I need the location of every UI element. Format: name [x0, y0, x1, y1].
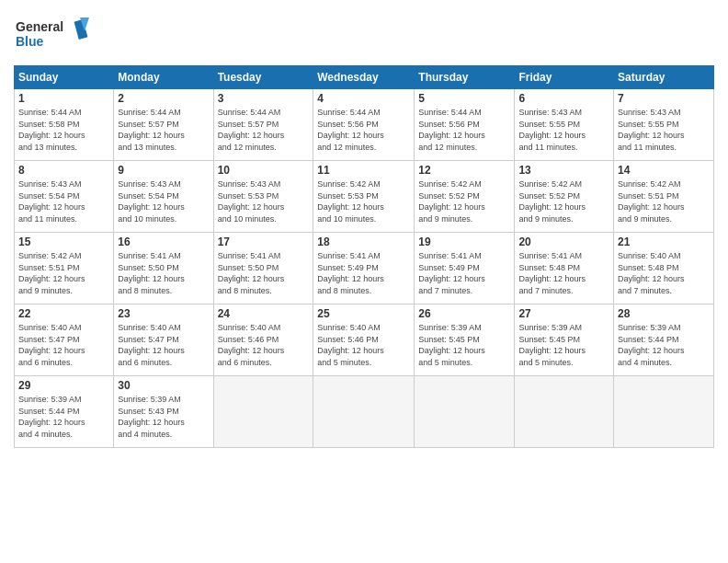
day-number: 21: [618, 236, 710, 248]
col-header-monday: Monday: [114, 66, 213, 89]
day-number: 6: [518, 92, 609, 105]
day-number: 2: [118, 92, 209, 105]
calendar-cell: 28Sunrise: 5:39 AM Sunset: 5:44 PM Dayli…: [614, 304, 714, 376]
day-info: Sunrise: 5:41 AM Sunset: 5:50 PM Dayligh…: [218, 250, 310, 296]
day-number: 14: [618, 164, 710, 177]
calendar-cell: 26Sunrise: 5:39 AM Sunset: 5:45 PM Dayli…: [415, 304, 515, 376]
col-header-saturday: Saturday: [614, 66, 714, 89]
day-info: Sunrise: 5:40 AM Sunset: 5:46 PM Dayligh…: [317, 322, 410, 368]
calendar-cell: 27Sunrise: 5:39 AM Sunset: 5:45 PM Dayli…: [515, 304, 614, 376]
calendar-cell: 22Sunrise: 5:40 AM Sunset: 5:47 PM Dayli…: [15, 304, 114, 376]
calendar-cell: 4Sunrise: 5:44 AM Sunset: 5:56 PM Daylig…: [313, 89, 415, 161]
calendar-cell: 1Sunrise: 5:44 AM Sunset: 5:58 PM Daylig…: [15, 89, 114, 161]
calendar-cell: 5Sunrise: 5:44 AM Sunset: 5:56 PM Daylig…: [415, 89, 515, 161]
calendar-cell: 29Sunrise: 5:39 AM Sunset: 5:44 PM Dayli…: [15, 376, 114, 448]
calendar-cell: 10Sunrise: 5:43 AM Sunset: 5:53 PM Dayli…: [213, 161, 313, 233]
day-number: 26: [418, 307, 510, 320]
day-number: 1: [18, 92, 109, 105]
day-info: Sunrise: 5:40 AM Sunset: 5:47 PM Dayligh…: [18, 322, 109, 368]
col-header-wednesday: Wednesday: [313, 66, 415, 89]
day-info: Sunrise: 5:43 AM Sunset: 5:55 PM Dayligh…: [518, 107, 609, 153]
day-number: 22: [18, 307, 109, 320]
calendar-cell: 13Sunrise: 5:42 AM Sunset: 5:52 PM Dayli…: [515, 161, 614, 233]
day-number: 27: [518, 307, 609, 320]
day-info: Sunrise: 5:39 AM Sunset: 5:43 PM Dayligh…: [118, 394, 209, 440]
day-info: Sunrise: 5:41 AM Sunset: 5:49 PM Dayligh…: [418, 250, 510, 296]
day-number: 13: [518, 164, 609, 177]
day-number: 19: [418, 236, 510, 248]
day-info: Sunrise: 5:43 AM Sunset: 5:54 PM Dayligh…: [18, 178, 109, 224]
day-number: 5: [418, 92, 510, 105]
day-number: 3: [218, 92, 310, 105]
calendar-cell: 24Sunrise: 5:40 AM Sunset: 5:46 PM Dayli…: [213, 304, 313, 376]
logo: General Blue: [14, 13, 97, 58]
col-header-sunday: Sunday: [15, 66, 114, 89]
day-number: 18: [317, 236, 410, 248]
day-info: Sunrise: 5:39 AM Sunset: 5:45 PM Dayligh…: [418, 322, 510, 368]
calendar-cell: [415, 376, 515, 448]
day-info: Sunrise: 5:39 AM Sunset: 5:44 PM Dayligh…: [18, 394, 109, 440]
day-number: 23: [118, 307, 209, 320]
day-info: Sunrise: 5:40 AM Sunset: 5:47 PM Dayligh…: [118, 322, 209, 368]
day-number: 9: [118, 164, 209, 177]
calendar-cell: [614, 376, 714, 448]
day-number: 25: [317, 307, 410, 320]
calendar-cell: [515, 376, 614, 448]
day-info: Sunrise: 5:42 AM Sunset: 5:51 PM Dayligh…: [18, 250, 109, 296]
calendar-cell: [213, 376, 313, 448]
calendar-cell: 21Sunrise: 5:40 AM Sunset: 5:48 PM Dayli…: [614, 233, 714, 304]
calendar-cell: 9Sunrise: 5:43 AM Sunset: 5:54 PM Daylig…: [114, 161, 213, 233]
day-number: 12: [418, 164, 510, 177]
calendar-cell: 8Sunrise: 5:43 AM Sunset: 5:54 PM Daylig…: [15, 161, 114, 233]
day-number: 15: [18, 236, 109, 248]
day-info: Sunrise: 5:44 AM Sunset: 5:56 PM Dayligh…: [418, 107, 510, 153]
calendar-cell: 19Sunrise: 5:41 AM Sunset: 5:49 PM Dayli…: [415, 233, 515, 304]
col-header-tuesday: Tuesday: [213, 66, 313, 89]
calendar-cell: [313, 376, 415, 448]
day-info: Sunrise: 5:40 AM Sunset: 5:48 PM Dayligh…: [618, 250, 710, 296]
day-info: Sunrise: 5:39 AM Sunset: 5:45 PM Dayligh…: [518, 322, 609, 368]
calendar-cell: 6Sunrise: 5:43 AM Sunset: 5:55 PM Daylig…: [515, 89, 614, 161]
svg-text:General: General: [16, 19, 63, 34]
calendar-cell: 17Sunrise: 5:41 AM Sunset: 5:50 PM Dayli…: [213, 233, 313, 304]
col-header-thursday: Thursday: [415, 66, 515, 89]
calendar-cell: 3Sunrise: 5:44 AM Sunset: 5:57 PM Daylig…: [213, 89, 313, 161]
calendar-cell: 12Sunrise: 5:42 AM Sunset: 5:52 PM Dayli…: [415, 161, 515, 233]
day-number: 20: [518, 236, 609, 248]
day-info: Sunrise: 5:43 AM Sunset: 5:53 PM Dayligh…: [218, 178, 310, 224]
day-info: Sunrise: 5:41 AM Sunset: 5:48 PM Dayligh…: [518, 250, 609, 296]
day-number: 29: [18, 379, 109, 392]
calendar-cell: 20Sunrise: 5:41 AM Sunset: 5:48 PM Dayli…: [515, 233, 614, 304]
day-number: 7: [618, 92, 710, 105]
calendar-cell: 11Sunrise: 5:42 AM Sunset: 5:53 PM Dayli…: [313, 161, 415, 233]
calendar-table: SundayMondayTuesdayWednesdayThursdayFrid…: [14, 65, 714, 448]
day-info: Sunrise: 5:43 AM Sunset: 5:55 PM Dayligh…: [618, 107, 710, 153]
day-info: Sunrise: 5:40 AM Sunset: 5:46 PM Dayligh…: [218, 322, 310, 368]
calendar-cell: 14Sunrise: 5:42 AM Sunset: 5:51 PM Dayli…: [614, 161, 714, 233]
calendar-cell: 15Sunrise: 5:42 AM Sunset: 5:51 PM Dayli…: [15, 233, 114, 304]
calendar-cell: 30Sunrise: 5:39 AM Sunset: 5:43 PM Dayli…: [114, 376, 213, 448]
calendar-cell: 23Sunrise: 5:40 AM Sunset: 5:47 PM Dayli…: [114, 304, 213, 376]
day-info: Sunrise: 5:44 AM Sunset: 5:58 PM Dayligh…: [18, 107, 109, 153]
day-info: Sunrise: 5:44 AM Sunset: 5:57 PM Dayligh…: [218, 107, 310, 153]
day-number: 24: [218, 307, 310, 320]
day-info: Sunrise: 5:44 AM Sunset: 5:57 PM Dayligh…: [118, 107, 209, 153]
day-number: 4: [317, 92, 410, 105]
day-number: 10: [218, 164, 310, 177]
day-info: Sunrise: 5:42 AM Sunset: 5:51 PM Dayligh…: [618, 178, 710, 224]
calendar-cell: 2Sunrise: 5:44 AM Sunset: 5:57 PM Daylig…: [114, 89, 213, 161]
logo-icon: General Blue: [14, 13, 97, 54]
calendar-cell: 16Sunrise: 5:41 AM Sunset: 5:50 PM Dayli…: [114, 233, 213, 304]
col-header-friday: Friday: [515, 66, 614, 89]
day-number: 11: [317, 164, 410, 177]
calendar-cell: 18Sunrise: 5:41 AM Sunset: 5:49 PM Dayli…: [313, 233, 415, 304]
day-info: Sunrise: 5:42 AM Sunset: 5:52 PM Dayligh…: [518, 178, 609, 224]
day-info: Sunrise: 5:44 AM Sunset: 5:56 PM Dayligh…: [317, 107, 410, 153]
day-number: 8: [18, 164, 109, 177]
day-number: 28: [618, 307, 710, 320]
day-number: 30: [118, 379, 209, 392]
calendar-cell: 25Sunrise: 5:40 AM Sunset: 5:46 PM Dayli…: [313, 304, 415, 376]
day-info: Sunrise: 5:39 AM Sunset: 5:44 PM Dayligh…: [618, 322, 710, 368]
day-info: Sunrise: 5:41 AM Sunset: 5:50 PM Dayligh…: [118, 250, 209, 296]
svg-text:Blue: Blue: [16, 34, 44, 49]
